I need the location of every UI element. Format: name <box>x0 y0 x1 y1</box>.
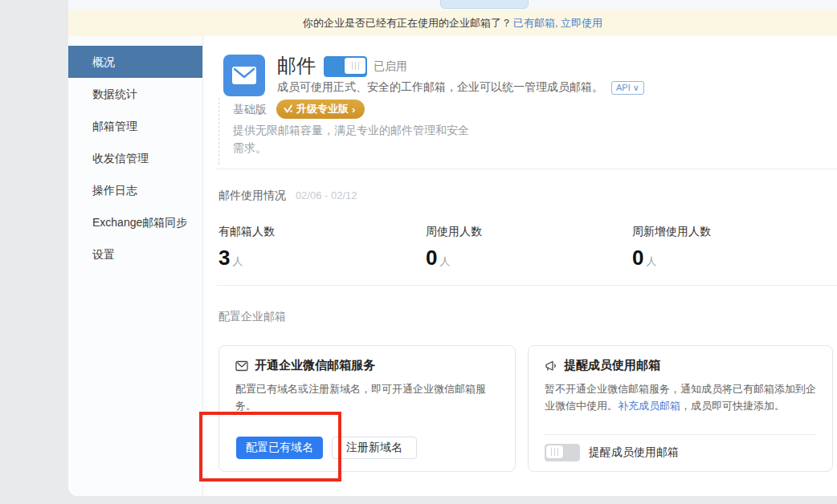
usage-date-range: 02/06 - 02/12 <box>296 189 357 201</box>
card-body: 配置已有域名或注册新域名，即可开通企业微信邮箱服务。 <box>235 380 500 414</box>
sidebar-item-exchange-sync[interactable]: Exchange邮箱同步 <box>68 206 202 238</box>
top-strip <box>68 0 837 10</box>
sidebar-item-send-receive-management[interactable]: 收发信管理 <box>68 142 202 174</box>
sidebar-item-operation-log[interactable]: 操作日志 <box>68 174 202 206</box>
toggle-handle <box>345 58 365 74</box>
upgrade-pro-button[interactable]: 升级专业版 › <box>276 100 365 119</box>
card-remind-members: 提醒成员使用邮箱 暂不开通企业微信邮箱服务，通知成员将已有邮箱添加到企业微信中使… <box>528 345 833 472</box>
notice-banner: 你的企业是否已经有正在使用的企业邮箱了？ 已有邮箱, 立即使用 <box>68 10 837 36</box>
stat-unit: 人 <box>646 255 656 267</box>
stat-unit: 人 <box>232 255 243 267</box>
card-title: 提醒成员使用邮箱 <box>564 358 660 373</box>
notice-text: 你的企业是否已经有正在使用的企业邮箱了？ <box>303 16 512 30</box>
description-row: 成员可使用正式、安全的工作邮箱，企业可以统一管理成员邮箱。 API ∨ <box>277 80 644 95</box>
toggle-handle <box>546 445 563 458</box>
megaphone-icon <box>545 360 557 372</box>
stat-label: 周新增使用人数 <box>632 225 711 239</box>
sidebar-item-label: 数据统计 <box>92 87 137 100</box>
sidebar-item-label: 设置 <box>92 248 115 261</box>
envelope-outline-icon <box>235 360 248 372</box>
usage-section-title-row: 邮件使用情况 02/06 - 02/12 <box>218 189 357 203</box>
page: 你的企业是否已经有正在使用的企业邮箱了？ 已有邮箱, 立即使用 概况 数据统计 … <box>0 0 837 504</box>
page-title: 邮件 <box>277 53 316 79</box>
setup-section-title: 配置企业邮箱 <box>218 310 286 324</box>
stat-weekly-users: 周使用人数 0人 <box>426 225 482 270</box>
stat-value: 0人 <box>426 246 482 270</box>
upgrade-note: 提供无限邮箱容量，满足专业的邮件管理和安全需求。 <box>233 121 474 156</box>
stat-weekly-new-users: 周新增使用人数 0人 <box>632 225 711 270</box>
app-description: 成员可使用正式、安全的工作邮箱，企业可以统一管理成员邮箱。 <box>277 80 603 95</box>
api-dropdown-badge[interactable]: API ∨ <box>611 81 644 95</box>
edition-label: 基础版 <box>233 100 267 119</box>
mail-enabled-toggle[interactable] <box>324 56 367 77</box>
sidebar-item-statistics[interactable]: 数据统计 <box>68 78 202 110</box>
upgrade-label: 升级专业版 <box>296 102 349 116</box>
stat-number: 0 <box>426 246 437 270</box>
card-title-row: 开通企业微信邮箱服务 <box>235 358 375 373</box>
stat-label: 有邮箱人数 <box>218 225 275 239</box>
sidebar-item-label: 邮箱管理 <box>92 120 137 132</box>
sidebar-item-label: 概况 <box>92 55 115 68</box>
stat-unit: 人 <box>439 255 450 267</box>
sparkle-icon <box>284 104 293 114</box>
usage-section-title: 邮件使用情况 <box>218 189 286 201</box>
chevron-down-icon: ∨ <box>633 83 639 93</box>
card-title-row: 提醒成员使用邮箱 <box>545 358 660 373</box>
use-existing-mailbox-link[interactable]: 已有邮箱, 立即使用 <box>513 16 602 30</box>
edition-row: 基础版 升级专业版 › <box>233 100 365 119</box>
sidebar-item-overview[interactable]: 概况 <box>68 46 202 78</box>
card-open-mailbox-service: 开通企业微信邮箱服务 配置已有域名或注册新域名，即可开通企业微信邮箱服务。 配置… <box>218 345 516 472</box>
sidebar-item-label: Exchange邮箱同步 <box>92 216 187 229</box>
configure-existing-domain-button[interactable]: 配置已有域名 <box>236 437 323 459</box>
remind-body-suffix: ，成员即可快捷添加。 <box>680 400 785 412</box>
remind-toggle-label: 提醒成员使用邮箱 <box>589 445 679 460</box>
remind-members-toggle[interactable] <box>545 444 580 461</box>
toggle-grip-lines <box>352 62 359 70</box>
stat-value: 0人 <box>632 246 711 270</box>
dashed-guide-line <box>218 98 219 165</box>
envelope-icon <box>231 63 258 87</box>
card-title: 开通企业微信邮箱服务 <box>255 358 375 373</box>
stat-mailbox-users: 有邮箱人数 3人 <box>218 225 275 270</box>
sidebar-spacer <box>68 36 202 46</box>
mail-app-icon <box>223 55 265 96</box>
sidebar-item-label: 操作日志 <box>92 184 137 197</box>
divider <box>217 169 837 169</box>
toggle-grip-lines <box>551 448 558 456</box>
card-divider <box>545 434 816 435</box>
add-member-mailbox-link[interactable]: 补充成员邮箱 <box>618 400 680 412</box>
card-body: 暂不开通企业微信邮箱服务，通知成员将已有邮箱添加到企业微信中使用。补充成员邮箱，… <box>545 380 818 414</box>
sidebar-item-label: 收发信管理 <box>92 152 149 165</box>
chevron-right-icon: › <box>352 104 355 116</box>
stat-number: 0 <box>632 246 643 270</box>
sidebar-item-mailbox-management[interactable]: 邮箱管理 <box>68 110 202 142</box>
status-badge: 已启用 <box>374 59 407 74</box>
stat-number: 3 <box>218 246 230 270</box>
register-new-domain-button[interactable]: 注册新域名 <box>332 437 417 459</box>
stat-label: 周使用人数 <box>426 225 482 239</box>
sidebar: 概况 数据统计 邮箱管理 收发信管理 操作日志 Exchange邮箱同步 设置 <box>68 36 203 496</box>
api-label: API <box>616 83 631 92</box>
stat-value: 3人 <box>218 246 275 270</box>
content: 邮件 已启用 成员可使用正式、安全的工作邮箱，企业可以统一管理成员邮箱。 API… <box>202 36 837 496</box>
divider <box>217 285 837 286</box>
cropped-top-button <box>440 0 529 9</box>
sidebar-item-settings[interactable]: 设置 <box>68 238 202 270</box>
app-panel: 概况 数据统计 邮箱管理 收发信管理 操作日志 Exchange邮箱同步 设置 <box>68 36 837 496</box>
